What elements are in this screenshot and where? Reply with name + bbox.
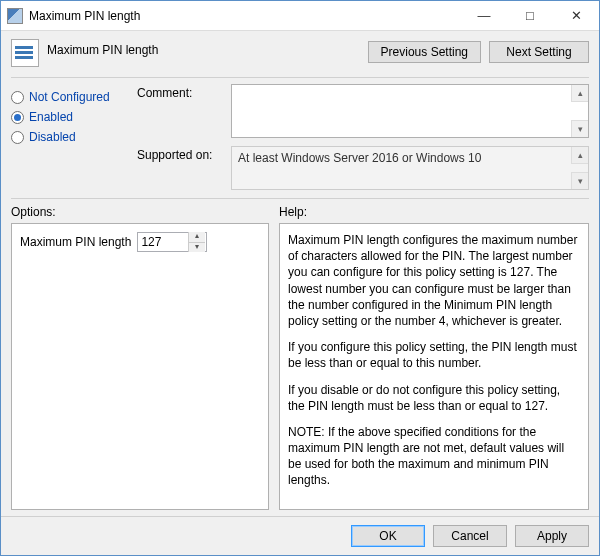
comment-label: Comment: (137, 84, 223, 100)
header-row: Maximum PIN length Previous Setting Next… (1, 31, 599, 77)
max-pin-length-input[interactable] (138, 234, 188, 250)
help-label: Help: (279, 205, 589, 219)
options-label: Options: (11, 205, 269, 219)
spin-down-icon[interactable]: ▾ (189, 242, 205, 252)
spin-up-icon[interactable]: ▴ (189, 232, 205, 242)
help-paragraph: NOTE: If the above specified conditions … (288, 424, 580, 489)
radio-icon (11, 111, 24, 124)
state-radio-group: Not Configured Enabled Disabled (11, 84, 137, 190)
help-paragraph: If you disable or do not configure this … (288, 382, 580, 414)
lower-panes: Options: Maximum PIN length ▴ ▾ Help: (1, 199, 599, 516)
help-paragraph: If you configure this policy setting, th… (288, 339, 580, 371)
scroll-up-icon[interactable]: ▴ (571, 147, 588, 164)
apply-button[interactable]: Apply (515, 525, 589, 547)
supported-on-box: At least Windows Server 2016 or Windows … (231, 146, 589, 190)
previous-setting-button[interactable]: Previous Setting (368, 41, 481, 63)
supported-value: At least Windows Server 2016 or Windows … (238, 151, 481, 165)
option-max-pin-length: Maximum PIN length ▴ ▾ (20, 232, 260, 252)
radio-disabled[interactable]: Disabled (11, 130, 137, 144)
radio-enabled[interactable]: Enabled (11, 110, 137, 124)
supported-label: Supported on: (137, 146, 223, 162)
radio-icon (11, 131, 24, 144)
radio-label-disabled: Disabled (29, 130, 76, 144)
cancel-button[interactable]: Cancel (433, 525, 507, 547)
window-title: Maximum PIN length (29, 9, 461, 23)
dialog-footer: OK Cancel Apply (1, 516, 599, 555)
ok-button[interactable]: OK (351, 525, 425, 547)
radio-label-not-configured: Not Configured (29, 90, 110, 104)
help-paragraph: Maximum PIN length configures the maximu… (288, 232, 580, 329)
scroll-down-icon[interactable]: ▾ (571, 172, 588, 189)
scroll-down-icon[interactable]: ▾ (571, 120, 588, 137)
comment-textarea[interactable]: ▴ ▾ (231, 84, 589, 138)
comment-row: Comment: ▴ ▾ (137, 84, 589, 138)
minimize-button[interactable]: ― (461, 1, 507, 31)
policy-title: Maximum PIN length (47, 39, 368, 57)
max-pin-length-spinner[interactable]: ▴ ▾ (137, 232, 207, 252)
close-button[interactable]: ✕ (553, 1, 599, 31)
help-pane: Maximum PIN length configures the maximu… (279, 223, 589, 510)
gpo-editor-window: Maximum PIN length ― □ ✕ Maximum PIN len… (0, 0, 600, 556)
supported-row: Supported on: At least Windows Server 20… (137, 146, 589, 190)
options-pane: Maximum PIN length ▴ ▾ (11, 223, 269, 510)
next-setting-button[interactable]: Next Setting (489, 41, 589, 63)
radio-label-enabled: Enabled (29, 110, 73, 124)
config-area: Not Configured Enabled Disabled Comment:… (1, 78, 599, 198)
titlebar: Maximum PIN length ― □ ✕ (1, 1, 599, 31)
policy-icon (11, 39, 39, 67)
window-controls: ― □ ✕ (461, 1, 599, 31)
option-label: Maximum PIN length (20, 234, 131, 250)
radio-not-configured[interactable]: Not Configured (11, 90, 137, 104)
maximize-button[interactable]: □ (507, 1, 553, 31)
policy-window-icon (7, 8, 23, 24)
radio-icon (11, 91, 24, 104)
scroll-up-icon[interactable]: ▴ (571, 85, 588, 102)
